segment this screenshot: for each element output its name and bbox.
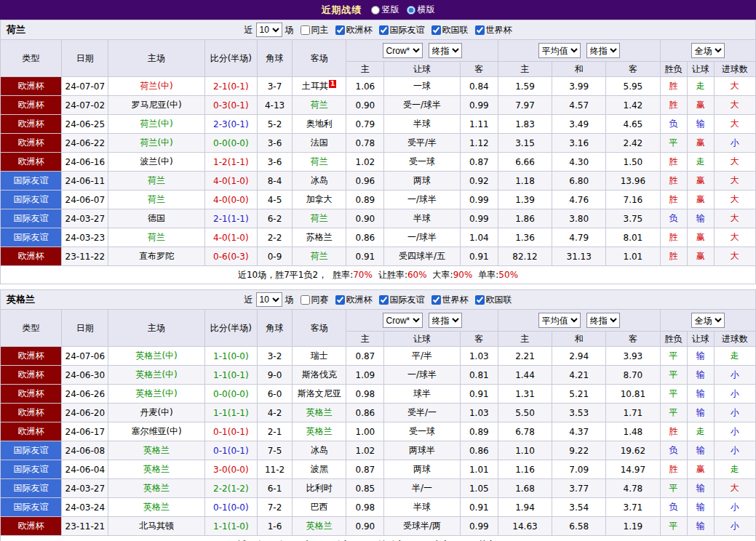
handicap-result-cell: 输 [687,498,714,517]
away-team-cell: 冰岛 [293,441,346,460]
euro-home-odds-cell: 1.36 [498,228,552,247]
competition-cell: 国际友谊 [1,228,62,247]
corners-cell: 0-9 [257,247,292,266]
scope-select[interactable]: 全场 [691,313,725,328]
league-filter-checkbox[interactable] [379,25,389,35]
layout-radio-input[interactable] [371,6,380,15]
euro-draw-odds-cell: 6.58 [552,517,606,536]
asia-provider-select[interactable]: Crow* [383,43,423,58]
euro-home-odds-cell: 1.16 [498,460,552,479]
euro-away-odds-cell: 2.42 [606,134,660,153]
asia-handicap-cell: 两球半 [384,441,460,460]
euro-away-odds-cell: 4.78 [606,479,660,498]
league-filter-checkbox[interactable] [431,295,441,305]
euro-period-select[interactable]: 终指 [586,313,620,328]
euro-draw-odds-cell: 2.94 [552,347,606,366]
stat-value: 50% [498,270,518,280]
date-cell: 24-07-06 [62,347,108,366]
match-row: 国际友谊24-03-27德国2-1(1-1)6-2荷兰0.90半球0.991.8… [1,209,756,228]
date-cell: 23-11-21 [62,517,108,536]
scope-select[interactable]: 全场 [691,43,725,58]
col-header-asia-away: 客 [460,62,498,77]
corners-cell: 4-5 [257,191,292,209]
score-cell: 0-1(0-1) [204,422,257,441]
euro-away-odds-cell: 3.75 [606,209,660,228]
league-filter[interactable]: 世界杯 [431,294,469,306]
filter-bar: 近10场同主欧洲杯国际友谊欧国联世界杯 [244,23,512,37]
match-count-select[interactable]: 10 [256,23,282,37]
asia-handicap-cell: 受半/一 [384,404,460,422]
asia-away-odds-cell: 1.12 [460,134,498,153]
col-header-euro-draw: 和 [552,332,606,347]
asia-period-select[interactable]: 终指 [429,43,462,58]
asia-away-odds-cell: 0.91 [460,385,498,404]
stat-label: 单率: [478,270,498,280]
league-filter-checkbox[interactable] [379,295,389,305]
league-filter[interactable]: 世界杯 [475,24,512,36]
league-filter-checkbox[interactable] [335,295,345,305]
outcome-result-cell: 平 [660,366,687,385]
asia-handicap-cell: 两球 [384,460,460,479]
col-header-score: 比分(半场) [204,40,257,77]
euro-period-select[interactable]: 终指 [586,43,620,58]
asia-provider-select[interactable]: Crow* [383,313,423,328]
home-team-cell: 英格兰 [108,479,204,498]
match-row: 国际友谊24-03-27英格兰2-2(1-2)6-1比利时0.85半/一1.05… [1,479,756,498]
away-team-cell: 巴西 [293,498,346,517]
layout-radio-vertical[interactable]: 竖版 [371,4,399,16]
goals-result-cell: 小 [714,441,755,460]
outcome-result-cell: 负 [660,115,687,134]
league-filter[interactable]: 欧国联 [475,294,512,306]
euro-home-odds-cell: 1.94 [498,498,552,517]
league-filter[interactable]: 欧国联 [431,24,469,36]
sections-container: 荷兰近10场同主欧洲杯国际友谊欧国联世界杯类型日期主场比分(半场)角球客场Cro… [0,20,756,541]
euro-home-odds-cell: 6.78 [498,422,552,441]
handicap-result-cell: 输 [687,385,714,404]
league-filter[interactable]: 欧洲杯 [335,294,373,306]
league-filter-checkbox[interactable] [475,25,485,35]
league-filter-checkbox[interactable] [431,25,441,35]
col-header-date: 日期 [62,40,108,77]
euro-home-odds-cell: 3.15 [498,134,552,153]
layout-radio-input[interactable] [407,6,415,15]
same-filter-checkbox[interactable] [301,295,310,305]
euro-provider-select[interactable]: 平均值 [538,43,581,58]
euro-away-odds-cell: 1.01 [606,247,660,266]
euro-draw-odds-cell: 4.79 [552,228,606,247]
asia-odds-select-cell: Crow*终指 [346,40,498,62]
col-header-corners: 角球 [257,40,292,77]
competition-cell: 欧洲杯 [1,422,62,441]
euro-away-odds-cell: 1.42 [606,96,660,115]
date-cell: 24-07-07 [62,77,108,96]
away-team-cell: 斯洛文尼亚 [293,385,346,404]
asia-handicap-cell: 两球 [384,172,460,191]
euro-provider-select[interactable]: 平均值 [538,313,581,328]
league-filter[interactable]: 欧洲杯 [335,24,373,36]
league-filter[interactable]: 国际友谊 [379,24,425,36]
league-filter-checkbox[interactable] [335,25,345,35]
same-filter-checkbox[interactable] [301,25,310,35]
col-header-asia-handicap: 让球 [384,62,460,77]
corners-cell: 6-1 [257,479,292,498]
league-filter[interactable]: 国际友谊 [379,294,425,306]
asia-home-odds-cell: 1.06 [346,77,384,96]
scope-select-cell: 全场 [660,40,756,62]
league-filter-checkbox[interactable] [475,295,485,305]
layout-radio-horizontal[interactable]: 横版 [407,4,435,16]
outcome-result-cell: 负 [660,441,687,460]
asia-handicap-cell: 受一/球半 [384,96,460,115]
asia-away-odds-cell: 1.11 [460,115,498,134]
date-cell: 24-06-22 [62,134,108,153]
handicap-result-cell: 走 [687,422,714,441]
same-filter[interactable]: 同主 [301,24,329,36]
asia-period-select[interactable]: 终指 [429,313,462,328]
asia-home-odds-cell: 0.90 [346,96,384,115]
league-filter-label: 欧洲杯 [346,294,373,306]
competition-cell: 欧洲杯 [1,134,62,153]
away-team-cell: 荷兰 [293,247,346,266]
match-count-select[interactable]: 10 [256,292,282,307]
asia-away-odds-cell: 0.87 [460,153,498,172]
same-filter[interactable]: 同赛 [301,294,329,306]
league-filter-label: 欧国联 [442,24,469,36]
handicap-result-cell: 输 [687,517,714,536]
